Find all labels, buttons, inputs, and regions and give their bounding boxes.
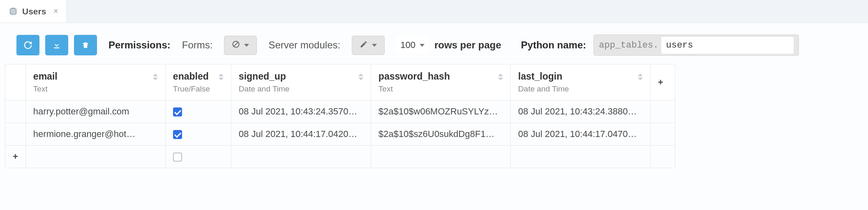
sort-icon[interactable]	[358, 73, 363, 80]
new-row: +	[5, 146, 675, 168]
cell-enabled[interactable]	[165, 123, 231, 146]
cell-email[interactable]: harry.potter@gmail.com	[25, 100, 165, 123]
python-name-section: Python name: app_tables.	[521, 34, 799, 56]
sort-icon[interactable]	[153, 73, 158, 80]
python-name-input-wrapper: app_tables.	[593, 34, 799, 56]
row-handle-header	[5, 64, 26, 100]
table-row: hermione.granger@hot… 08 Jul 2021, 10:44…	[5, 123, 675, 146]
cell-last-login[interactable]: 08 Jul 2021, 10:44:17.0470…	[510, 123, 650, 146]
enabled-checkbox[interactable]	[173, 107, 182, 116]
rows-per-page: 100 rows per page	[396, 37, 501, 54]
forms-permission-dropdown[interactable]	[224, 36, 257, 55]
python-name-label: Python name:	[521, 39, 586, 51]
cell-signed-up[interactable]: 08 Jul 2021, 10:44:17.0420…	[231, 123, 371, 146]
cell-empty	[650, 146, 675, 168]
cell-email[interactable]	[25, 146, 165, 168]
rows-per-page-value: 100	[400, 40, 416, 50]
rows-per-page-select[interactable]: 100	[396, 37, 429, 54]
row-handle[interactable]	[5, 123, 26, 146]
cell-empty	[650, 100, 675, 123]
cell-empty	[650, 123, 675, 146]
rows-per-page-label: rows per page	[434, 39, 501, 51]
close-icon[interactable]: ×	[53, 7, 58, 16]
column-header-enabled[interactable]: enabled True/False	[165, 64, 231, 100]
python-name-prefix: app_tables.	[599, 40, 658, 50]
table-header-row: email Text enabled True/False signed_up …	[5, 64, 675, 100]
column-name: email	[33, 71, 158, 82]
no-access-icon	[232, 40, 240, 50]
tab-bar: Users ×	[0, 0, 868, 23]
enabled-checkbox[interactable]	[173, 130, 182, 139]
cell-signed-up[interactable]	[231, 146, 371, 168]
cell-password-hash[interactable]: $2a$10$sz6U0sukdDg8F1…	[371, 123, 510, 146]
sort-icon[interactable]	[498, 73, 503, 80]
data-table: email Text enabled True/False signed_up …	[0, 64, 868, 168]
cell-last-login[interactable]	[510, 146, 650, 168]
column-name: enabled	[173, 71, 224, 82]
column-name: last_login	[518, 71, 643, 82]
cell-email[interactable]: hermione.granger@hot…	[25, 123, 165, 146]
svg-line-3	[234, 42, 239, 47]
forms-label: Forms:	[182, 39, 213, 51]
column-header-email[interactable]: email Text	[25, 64, 165, 100]
column-type: Text	[33, 84, 158, 94]
toolbar: Permissions: Forms: Server modules: 100 …	[0, 23, 868, 64]
column-type: Text	[379, 84, 503, 94]
column-header-last-login[interactable]: last_login Date and Time	[510, 64, 650, 100]
cell-signed-up[interactable]: 08 Jul 2021, 10:43:24.3570…	[231, 100, 371, 123]
column-header-signed-up[interactable]: signed_up Date and Time	[231, 64, 371, 100]
column-type: Date and Time	[518, 84, 643, 94]
permissions-label: Permissions:	[108, 39, 171, 51]
add-row-button[interactable]: +	[5, 146, 26, 168]
chevron-down-icon	[420, 44, 425, 47]
pencil-icon	[360, 40, 368, 50]
cell-enabled[interactable]	[165, 100, 231, 123]
tab-title: Users	[22, 7, 46, 16]
download-button[interactable]	[45, 35, 68, 55]
cell-last-login[interactable]: 08 Jul 2021, 10:43:24.3880…	[510, 100, 650, 123]
sort-icon[interactable]	[638, 73, 643, 80]
chevron-down-icon	[372, 44, 377, 47]
table-row: harry.potter@gmail.com 08 Jul 2021, 10:4…	[5, 100, 675, 123]
row-handle[interactable]	[5, 100, 26, 123]
plus-icon: +	[13, 151, 18, 162]
add-column-button[interactable]: +	[650, 64, 675, 100]
database-icon	[8, 7, 18, 16]
column-type: Date and Time	[239, 84, 363, 94]
sort-icon[interactable]	[219, 73, 224, 80]
column-header-password-hash[interactable]: password_hash Text	[371, 64, 510, 100]
enabled-checkbox[interactable]	[173, 153, 182, 162]
svg-rect-1	[54, 48, 60, 48]
cell-enabled[interactable]	[165, 146, 231, 168]
server-modules-label: Server modules:	[268, 39, 340, 51]
cell-password-hash[interactable]	[371, 146, 510, 168]
python-name-input[interactable]	[661, 37, 794, 54]
column-name: signed_up	[239, 71, 363, 82]
action-button-group	[16, 35, 97, 55]
delete-button[interactable]	[74, 35, 97, 55]
column-name: password_hash	[379, 71, 503, 82]
plus-icon: +	[658, 77, 663, 87]
chevron-down-icon	[244, 44, 249, 47]
refresh-button[interactable]	[16, 35, 39, 55]
cell-password-hash[interactable]: $2a$10$w06MOZRuSYLYz…	[371, 100, 510, 123]
column-type: True/False	[173, 84, 224, 94]
server-modules-permission-dropdown[interactable]	[352, 36, 385, 55]
tab-users[interactable]: Users ×	[0, 0, 67, 23]
